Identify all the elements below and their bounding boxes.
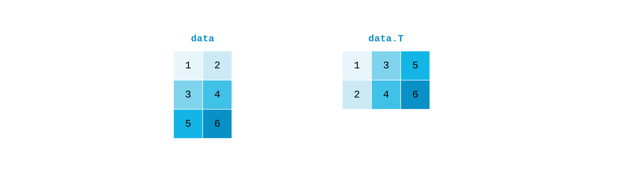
matrix-data: data 1 2 3 4 5 6 [174, 33, 232, 139]
cell: 6 [203, 109, 232, 139]
diagram-container: data 1 2 3 4 5 6 data.T 1 3 5 2 4 6 [174, 33, 430, 139]
cell: 3 [372, 51, 401, 80]
cell: 4 [203, 80, 232, 109]
cell: 5 [174, 109, 203, 139]
cell: 1 [174, 51, 203, 80]
grid-data: 1 2 3 4 5 6 [174, 51, 232, 139]
cell: 2 [203, 51, 232, 80]
cell: 2 [342, 80, 372, 109]
cell: 3 [174, 80, 203, 109]
matrix-title-data-t: data.T [368, 33, 404, 44]
matrix-data-t: data.T 1 3 5 2 4 6 [342, 33, 430, 139]
cell: 6 [401, 80, 430, 109]
grid-data-t: 1 3 5 2 4 6 [342, 51, 430, 109]
cell: 4 [372, 80, 401, 109]
cell: 1 [342, 51, 372, 80]
matrix-title-data: data [191, 33, 214, 44]
cell: 5 [401, 51, 430, 80]
